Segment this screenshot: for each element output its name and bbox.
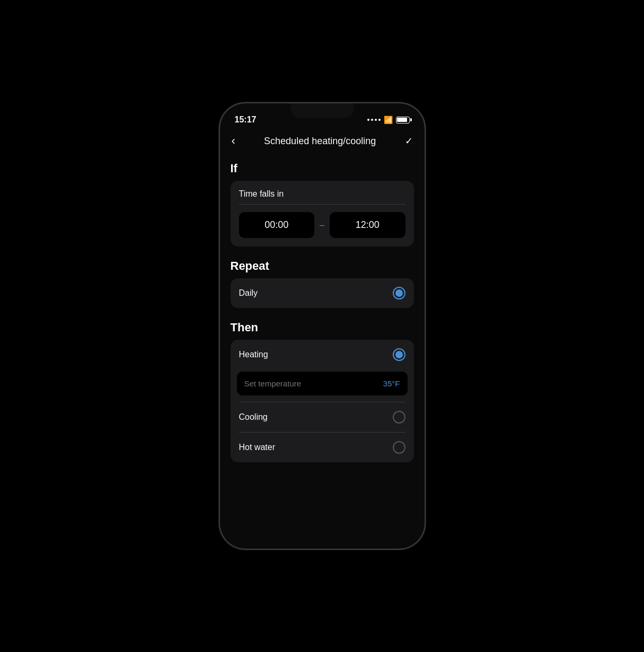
status-time: 15:17 xyxy=(235,115,257,125)
time-end-button[interactable]: 12:00 xyxy=(330,212,405,238)
back-button[interactable]: ‹ xyxy=(232,134,235,148)
wifi-icon: 📶 xyxy=(384,116,393,124)
heating-label: Heating xyxy=(239,350,268,359)
time-range-row: 00:00 – 12:00 xyxy=(239,212,405,238)
heating-radio[interactable] xyxy=(393,348,405,361)
daily-option-row[interactable]: Daily xyxy=(231,278,414,308)
time-falls-in-title: Time falls in xyxy=(239,189,405,199)
signal-icon xyxy=(367,119,381,121)
time-falls-in-card: Time falls in 00:00 – 12:00 xyxy=(231,181,414,246)
set-temperature-label: Set temperature xyxy=(244,379,302,388)
status-bar: 15:17 📶 xyxy=(220,103,425,129)
then-card: Heating Set temperature 35°F Cooling Hot… xyxy=(231,340,414,462)
hot-water-radio[interactable] xyxy=(393,441,405,454)
card-divider xyxy=(239,204,405,205)
repeat-section-label: Repeat xyxy=(231,259,414,273)
time-separator: – xyxy=(320,221,324,230)
page-title: Scheduled heating/cooling xyxy=(264,136,376,147)
set-temperature-row[interactable]: Set temperature 35°F xyxy=(237,372,408,395)
daily-radio[interactable] xyxy=(393,287,405,299)
confirm-button[interactable]: ✓ xyxy=(405,135,413,147)
hot-water-option-row[interactable]: Hot water xyxy=(231,433,414,462)
phone-frame: 15:17 📶 ‹ Scheduled heating/cooling ✓ xyxy=(219,102,426,550)
if-section-label: If xyxy=(231,162,414,175)
battery-icon xyxy=(396,117,410,124)
cooling-label: Cooling xyxy=(239,412,268,422)
nav-header: ‹ Scheduled heating/cooling ✓ xyxy=(220,129,425,156)
daily-label: Daily xyxy=(239,288,258,298)
time-start-button[interactable]: 00:00 xyxy=(239,212,315,238)
screen: 15:17 📶 ‹ Scheduled heating/cooling ✓ xyxy=(220,103,425,549)
cooling-option-row[interactable]: Cooling xyxy=(231,402,414,432)
hot-water-label: Hot water xyxy=(239,443,275,452)
content-area: If Time falls in 00:00 – 12:00 Repeat Da… xyxy=(220,156,425,549)
temperature-value: 35°F xyxy=(383,379,400,388)
heating-option-row[interactable]: Heating xyxy=(231,340,414,369)
repeat-card: Daily xyxy=(231,278,414,308)
cooling-radio[interactable] xyxy=(393,411,405,424)
status-icons: 📶 xyxy=(367,116,410,124)
then-section-label: Then xyxy=(231,321,414,334)
